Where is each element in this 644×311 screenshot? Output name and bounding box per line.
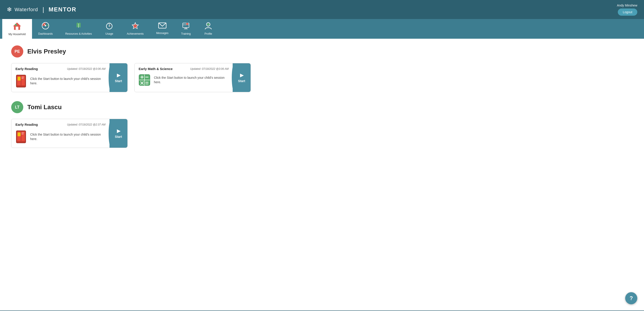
svg-rect-2 [15, 24, 17, 26]
nav-label-my-household: My Household [8, 33, 26, 36]
card-body-early-reading-ep: Click the Start button to launch your ch… [16, 74, 106, 88]
svg-rect-46 [22, 132, 24, 133]
nav-label-achievements: Achievements [127, 32, 144, 35]
svg-line-9 [110, 23, 110, 23]
book-icon-early-reading-ep [16, 74, 27, 88]
nav-bar: My Household Dashboards Resources & Acti… [0, 19, 644, 39]
card-title-early-reading-ep: Early Reading [16, 67, 38, 71]
main-content: PE Elvis Presley Early Reading Updated: … [0, 39, 644, 311]
play-icon-tl: ▶ [117, 128, 120, 134]
nav-item-profile[interactable]: Profile [197, 19, 220, 39]
card-description-early-reading-tl: Click the Start button to launch your ch… [30, 132, 106, 141]
play-icon: ▶ [117, 72, 120, 78]
svg-rect-27 [18, 77, 20, 80]
avatar-tomi: LT [11, 101, 23, 113]
start-button-early-reading-tl[interactable]: ▶ Start [110, 119, 128, 148]
math-icon-ep [138, 74, 150, 86]
user-name: Andy Minshew [617, 3, 637, 7]
student-section-tomi: LT Tomi Lascu Early Reading Updated: 07/… [11, 101, 633, 148]
card-title-row-math: Early Math & Science Updated: 07/18/2022… [138, 67, 228, 71]
card-updated-early-math-ep: Updated: 07/18/2022 @3:06 AM [190, 67, 228, 70]
nav-item-dashboards[interactable]: Dashboards [32, 19, 59, 39]
nav-item-usage[interactable]: Usage [98, 19, 120, 39]
card-description-early-reading-ep: Click the Start button to launch your ch… [30, 77, 106, 85]
header: ❄ Waterford | MENTOR Andy Minshew Logout [0, 0, 644, 19]
play-icon-math: ▶ [240, 72, 244, 78]
student-header-tomi: LT Tomi Lascu [11, 101, 633, 113]
card-title-early-reading-tl: Early Reading [16, 123, 38, 126]
avatar-elvis: PE [11, 45, 23, 57]
card-updated-early-reading-ep: Updated: 07/18/2022 @3:06 AM [67, 67, 106, 70]
card-title-row: Early Reading Updated: 07/18/2022 @3:06 … [16, 67, 106, 71]
nav-label-dashboards: Dashboards [38, 32, 53, 35]
program-card-early-reading-tl: Early Reading Updated: 07/18/2022 @2:37 … [11, 119, 128, 148]
messages-icon [158, 22, 166, 30]
student-name-elvis: Elvis Presley [27, 48, 66, 55]
logo-mentor: MENTOR [48, 6, 76, 13]
card-description-early-math-ep: Click the Start button to launch your ch… [154, 76, 228, 84]
program-card-early-math-ep: Early Math & Science Updated: 07/18/2022… [134, 63, 251, 92]
usage-icon [105, 22, 113, 31]
svg-rect-47 [22, 134, 24, 134]
book-icon-early-reading-tl [16, 130, 27, 144]
svg-rect-29 [22, 78, 24, 79]
card-updated-early-reading-tl: Updated: 07/18/2022 @2:37 AM [67, 123, 106, 126]
user-area: Andy Minshew Logout [617, 3, 637, 16]
card-content-early-reading-tl: Early Reading Updated: 07/18/2022 @2:37 … [12, 119, 110, 148]
card-title-row-tl: Early Reading Updated: 07/18/2022 @2:37 … [16, 123, 106, 126]
nav-item-training[interactable]: ! Training [175, 19, 197, 39]
card-content-early-reading-ep: Early Reading Updated: 07/18/2022 @3:06 … [12, 63, 110, 92]
achievements-icon [131, 22, 139, 31]
nav-label-profile: Profile [204, 32, 212, 35]
student-name-tomi: Tomi Lascu [27, 104, 62, 111]
svg-point-22 [207, 23, 209, 25]
svg-rect-45 [18, 132, 20, 136]
logo-text: Waterford [14, 7, 38, 12]
card-body-early-reading-tl: Click the Start button to launch your ch… [16, 130, 106, 144]
start-button-early-math-ep[interactable]: ▶ Start [233, 63, 250, 92]
svg-rect-1 [16, 27, 18, 30]
program-card-early-reading-ep: Early Reading Updated: 07/18/2022 @3:06 … [11, 63, 128, 92]
start-button-early-reading-ep[interactable]: ▶ Start [110, 63, 128, 92]
card-body-early-math-ep: Click the Start button to launch your ch… [138, 74, 228, 86]
svg-rect-28 [22, 77, 24, 77]
dashboards-icon [42, 22, 50, 31]
nav-label-resources-activities: Resources & Activities [65, 32, 92, 35]
nav-item-achievements[interactable]: Achievements [120, 19, 150, 39]
student-header-elvis: PE Elvis Presley [11, 45, 633, 57]
nav-label-messages: Messages [156, 31, 168, 35]
logo-divider: | [42, 6, 44, 13]
card-content-early-math-ep: Early Math & Science Updated: 07/18/2022… [134, 63, 233, 92]
household-icon [13, 22, 21, 31]
svg-point-12 [109, 26, 110, 27]
program-cards-elvis: Early Reading Updated: 07/18/2022 @3:06 … [11, 63, 633, 92]
svg-line-8 [108, 23, 108, 23]
logout-button[interactable]: Logout [618, 8, 637, 16]
nav-label-usage: Usage [106, 32, 113, 35]
help-button[interactable]: ? [625, 292, 637, 304]
nav-item-resources-activities[interactable]: Resources & Activities [59, 19, 98, 39]
logo-snowflake-icon: ❄ [7, 6, 12, 13]
training-icon: ! [182, 22, 190, 31]
program-cards-tomi: Early Reading Updated: 07/18/2022 @2:37 … [11, 119, 633, 148]
card-title-early-math-ep: Early Math & Science [138, 67, 173, 71]
nav-item-messages[interactable]: Messages [150, 19, 175, 39]
logo-area: ❄ Waterford | MENTOR [7, 6, 76, 13]
svg-text:!: ! [187, 23, 187, 25]
nav-label-training: Training [181, 32, 191, 35]
resources-icon [74, 22, 83, 31]
student-section-elvis: PE Elvis Presley Early Reading Updated: … [11, 45, 633, 92]
nav-item-my-household[interactable]: My Household [2, 19, 32, 39]
profile-icon [204, 22, 212, 31]
